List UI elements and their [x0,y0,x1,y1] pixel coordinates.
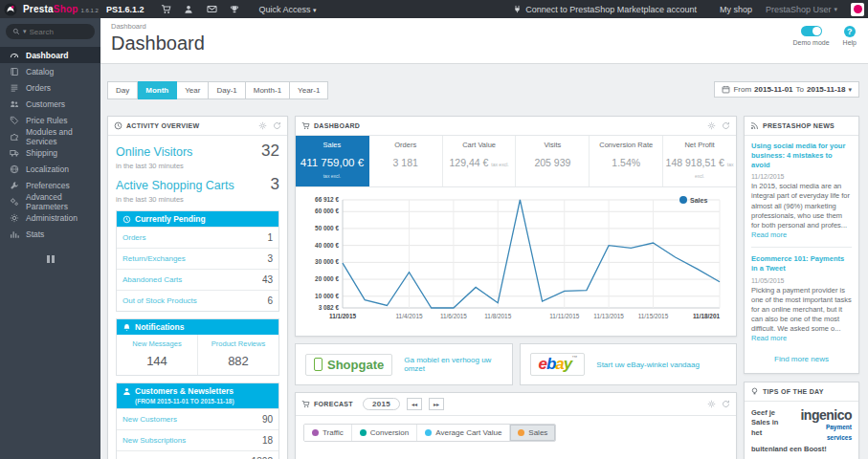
svg-text:10 000 €: 10 000 € [315,293,339,299]
marketplace-link[interactable]: Connect to PrestaShop Marketplace accoun… [513,5,697,14]
puzzle-icon [10,132,19,142]
legend-sales[interactable]: Sales [509,425,555,441]
gear-icon[interactable] [258,121,267,130]
period-tabs: Day Month Year Day-1 Month-1 Year-1 [107,81,328,99]
collapse-menu-button[interactable] [45,255,56,263]
sidebar-item-modules[interactable]: Modules and Services [0,128,100,144]
legend-traffic[interactable]: Traffic [304,425,351,441]
tab-month[interactable]: Month [138,81,177,99]
customers-newsletters-section: Customers & Newsletters(FROM 2015-11-01 … [116,382,279,459]
customers-row-new-subscriptions: New Subscriptions18 [117,429,278,450]
read-more-link[interactable]: Read more [751,334,787,342]
help-button[interactable]: ? Help [843,26,857,46]
new-messages-cell: New Messages 144 [117,335,197,375]
notifications-section: Notifications New Messages 144 Product R… [116,318,279,376]
active-carts-link[interactable]: Active Shopping Carts [116,179,234,192]
forecast-prev-button[interactable]: ◂◂ [407,398,422,410]
refresh-icon[interactable] [722,400,730,408]
svg-text:40 000 €: 40 000 € [315,242,339,249]
sidebar-item-stats[interactable]: Stats [0,226,100,242]
sidebar-item-localization[interactable]: Localization [0,161,100,177]
forecast-year[interactable]: 2015 [363,398,400,410]
kpi-cart-value[interactable]: Cart Value 129,44 € tax excl. [443,136,517,186]
ebay-ad[interactable]: ebay™ Start uw eBay-winkel vandaag [520,343,738,385]
online-visitors-link[interactable]: Online Visitors [116,145,192,159]
prestashop-logo[interactable] [4,3,17,16]
toggle-on-icon[interactable] [801,26,822,36]
sidebar-item-customers[interactable]: Customers [0,96,100,112]
news-article-title[interactable]: Ecommerce 101: Payments in a Tweet [751,254,852,273]
sidebar-item-orders[interactable]: Orders [0,79,100,96]
breadcrumb[interactable]: Dashboard [100,18,868,33]
svg-text:50 000 €: 50 000 € [315,225,339,231]
refresh-icon[interactable] [273,121,281,130]
svg-text:11/11/2015: 11/11/2015 [549,313,579,319]
tab-year[interactable]: Year [177,81,209,99]
find-more-news-link[interactable]: Find more news [745,347,858,373]
legend-conversion[interactable]: Conversion [351,425,416,441]
ebay-logo: ebay™ [530,353,586,376]
svg-text:11/13/2015: 11/13/2015 [593,313,624,319]
currently-pending-section: Currently Pending Orders1 Return/Exchang… [116,210,279,312]
sidebar-item-dashboard[interactable]: Dashboard [0,47,100,63]
kpi-conversion-rate[interactable]: Conversion Rate 1.54% [590,136,663,186]
sidebar-item-shipping[interactable]: Shipping [0,144,100,161]
pending-row-abandoned-carts: Abandoned Carts43 [117,269,278,290]
forecast-legend: Traffic Conversion Average Cart Value Sa… [303,424,556,442]
tab-month-1[interactable]: Month-1 [246,81,290,99]
sidebar-item-catalog[interactable]: Catalog [0,63,100,79]
people-icon [10,99,19,109]
sidebar-item-administration[interactable]: Administration [0,209,100,226]
ebay-link[interactable]: Start uw eBay-winkel vandaag [596,361,700,369]
brand-wordmark[interactable]: PrestaShop [23,4,78,14]
demo-mode-toggle[interactable]: Demo mode [792,26,829,46]
search-scope-caret[interactable]: ▾ [23,28,27,35]
sidebar-item-preferences[interactable]: Preferences [0,177,100,193]
lightbulb-icon [750,387,759,396]
gear-icon[interactable] [707,121,716,130]
tag-icon [10,116,19,125]
trophy-icon[interactable] [226,4,243,15]
tab-day-1[interactable]: Day-1 [209,81,245,99]
cart-icon[interactable] [157,4,174,15]
tab-day[interactable]: Day [107,81,138,99]
date-range-button[interactable]: From 2015-11-01 To 2015-11-18 ▾ [714,81,859,98]
messages-icon[interactable] [203,4,220,15]
kpi-orders[interactable]: Orders 3 181 [369,136,443,186]
calendar-icon [722,85,730,94]
read-more-link[interactable]: Read more [751,230,787,239]
tab-year-1[interactable]: Year-1 [290,81,328,99]
kpi-net-profit[interactable]: Net Profit 148 918,51 € tax excl. [663,136,736,186]
active-carts-value: 3 [271,175,279,194]
svg-text:20 000 €: 20 000 € [315,275,339,282]
sidebar-item-price-rules[interactable]: Price Rules [0,112,100,128]
quick-access-menu[interactable]: Quick Access ▾ [258,5,316,14]
shop-name[interactable]: PS1.6.1.2 [106,5,145,14]
search-input[interactable] [30,28,82,36]
sidebar-item-advanced-parameters[interactable]: Advanced Parameters [0,193,100,209]
svg-text:11/15/2015: 11/15/2015 [638,313,669,319]
shopgate-ad[interactable]: Shopgate Ga mobiel en verhoog uw omzet [295,343,513,385]
truck-icon [10,148,19,158]
list-icon [10,83,19,93]
version-label: 1.6.1.2 [81,6,99,13]
news-article-title[interactable]: Using social media for your business: 4 … [751,142,852,169]
my-shop-link[interactable]: My shop [720,5,752,14]
user-menu[interactable]: PrestaShop User ▾ [766,5,837,14]
traffic-dot-icon [312,429,319,436]
gear-icon[interactable] [707,400,716,408]
shopgate-link[interactable]: Ga mobiel en verhoog uw omzet [404,356,501,373]
sidebar-search[interactable]: ▾ [6,24,95,39]
tips-of-the-day-panel: TIPS OF THE DAY ingenico Paymentservices… [744,382,859,459]
refresh-icon[interactable] [722,121,730,130]
kpi-visits[interactable]: Visits 205 939 [516,136,590,186]
globe-icon [10,164,19,174]
shopgate-logo: Shopgate [305,354,392,376]
forecast-next-button[interactable]: ▸▸ [429,398,444,410]
legend-average-cart-value[interactable]: Average Cart Value [416,425,509,441]
search-icon [12,28,20,35]
user-avatar[interactable] [851,3,864,16]
sales-chart: 66 912 €60 000 €50 000 €40 000 €30 000 €… [296,187,736,336]
customer-icon[interactable] [180,4,197,15]
kpi-sales[interactable]: Sales 411 759,00 € tax excl. [296,136,369,186]
